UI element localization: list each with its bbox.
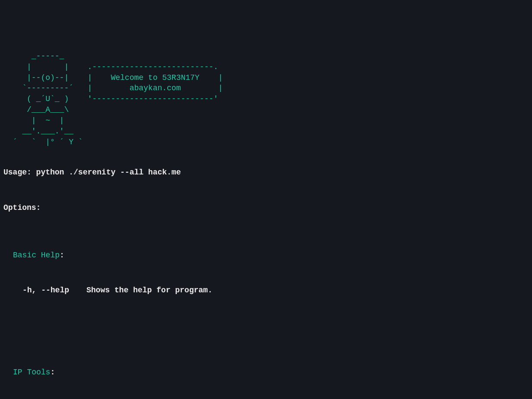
usage-line: Usage: python ./serenity --all hack.me xyxy=(3,167,529,178)
option-row: -h, --helpShows the help for program. xyxy=(22,285,529,296)
section-header: IP Tools: xyxy=(13,367,529,378)
options-header: Options: xyxy=(3,202,529,214)
option-desc: Shows the help for program. xyxy=(86,285,213,296)
section-ip-tools: IP Tools: -1, --revhtReverse IP -2, --ge… xyxy=(3,343,529,399)
option-flag: -h, --help xyxy=(22,285,86,296)
section-basic-help: Basic Help: -h, --helpShows the help for… xyxy=(3,226,529,308)
section-header: Basic Help: xyxy=(13,250,529,261)
ascii-banner: _-----_ | | .--------------------------.… xyxy=(3,51,529,147)
